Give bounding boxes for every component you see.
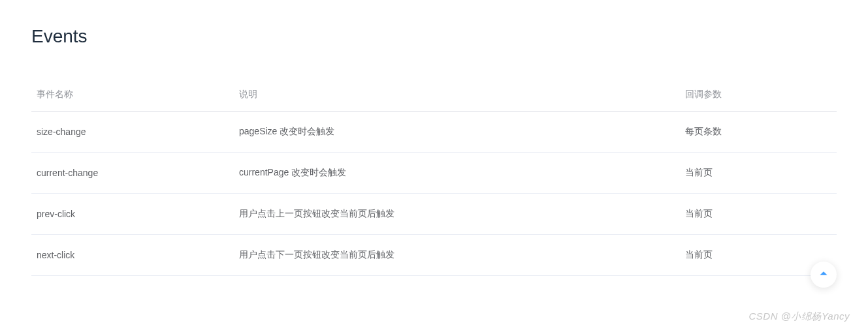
header-callback: 回调参数	[680, 78, 837, 112]
cell-description: currentPage 改变时会触发	[234, 153, 680, 194]
header-event-name: 事件名称	[31, 78, 234, 112]
cell-callback: 当前页	[680, 194, 837, 235]
content-container: Events 事件名称 说明 回调参数 size-change pageSize…	[0, 0, 868, 276]
cell-callback: 当前页	[680, 153, 837, 194]
cell-description: pageSize 改变时会触发	[234, 112, 680, 153]
table-row: next-click 用户点击下一页按钮改变当前页后触发 当前页	[31, 235, 837, 276]
table-row: size-change pageSize 改变时会触发 每页条数	[31, 112, 837, 153]
table-header-row: 事件名称 说明 回调参数	[31, 78, 837, 112]
cell-callback: 每页条数	[680, 112, 837, 153]
cell-event-name: current-change	[31, 153, 234, 194]
cell-event-name: size-change	[31, 112, 234, 153]
table-row: current-change currentPage 改变时会触发 当前页	[31, 153, 837, 194]
watermark-text: CSDN @小绵杨Yancy	[749, 310, 850, 323]
cell-description: 用户点击下一页按钮改变当前页后触发	[234, 235, 680, 276]
header-description: 说明	[234, 78, 680, 112]
caret-up-icon	[819, 269, 828, 280]
cell-event-name: prev-click	[31, 194, 234, 235]
table-row: prev-click 用户点击上一页按钮改变当前页后触发 当前页	[31, 194, 837, 235]
events-table: 事件名称 说明 回调参数 size-change pageSize 改变时会触发…	[31, 78, 837, 276]
cell-event-name: next-click	[31, 235, 234, 276]
scroll-to-top-button[interactable]	[811, 262, 837, 288]
section-heading: Events	[31, 26, 837, 47]
cell-description: 用户点击上一页按钮改变当前页后触发	[234, 194, 680, 235]
